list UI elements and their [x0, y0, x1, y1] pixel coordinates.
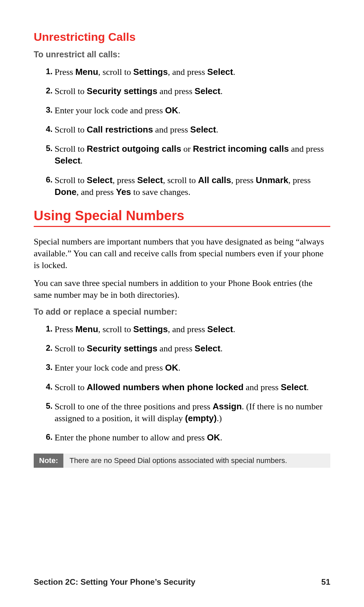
step-number: 5.: [39, 401, 53, 411]
bold-term: OK: [207, 432, 220, 442]
bold-term: All calls: [198, 175, 231, 185]
lead-add-replace-special: To add or replace a special number:: [34, 307, 330, 317]
step-number: 1.: [39, 66, 53, 77]
list-item: 3.Enter your lock code and press OK.: [49, 362, 330, 374]
para-special-numbers-1: Special numbers are important numbers th…: [34, 236, 330, 271]
bold-term: Call restrictions: [87, 124, 153, 135]
bold-term: Select: [194, 343, 220, 353]
steps-unrestrict: 1.Press Menu, scroll to Settings, and pr…: [34, 66, 330, 198]
step-number: 3.: [39, 105, 53, 115]
bold-term: Select: [87, 175, 113, 185]
bold-term: Restrict incoming calls: [193, 144, 289, 154]
note-label: Note:: [34, 454, 63, 468]
bold-term: Security settings: [87, 86, 157, 96]
steps-special-numbers: 1.Press Menu, scroll to Settings, and pr…: [34, 323, 330, 443]
step-number: 6.: [39, 432, 53, 442]
note-box: Note: There are no Speed Dial options as…: [34, 454, 330, 468]
list-item: 4.Scroll to Call restrictions and press …: [49, 124, 330, 136]
bold-term: Unmark: [256, 175, 289, 185]
heading-using-special-numbers: Using Special Numbers: [34, 208, 330, 223]
bold-term: Yes: [116, 187, 131, 197]
footer-page-number: 51: [321, 577, 330, 587]
bold-term: OK: [165, 363, 178, 373]
bold-term: Menu: [75, 324, 98, 334]
list-item: 6.Scroll to Select, press Select, scroll…: [49, 174, 330, 198]
list-item: 5.Scroll to one of the three positions a…: [49, 401, 330, 424]
bold-term: Select: [55, 155, 81, 166]
list-item: 6.Enter the phone number to allow and pr…: [49, 432, 330, 443]
heading-unrestricting-calls: Unrestricting Calls: [34, 30, 330, 44]
bold-term: Settings: [133, 67, 168, 77]
bold-term: Select: [137, 175, 163, 185]
bold-term: Allowed numbers when phone locked: [87, 382, 243, 392]
bold-term: (empty): [185, 413, 217, 423]
step-number: 2.: [39, 85, 53, 96]
bold-term: OK: [165, 105, 178, 115]
bold-term: Select: [281, 382, 307, 392]
bold-term: Menu: [75, 67, 98, 77]
list-item: 5.Scroll to Restrict outgoing calls or R…: [49, 143, 330, 167]
bold-term: Settings: [133, 324, 168, 334]
bold-term: Select: [207, 324, 233, 334]
note-text: There are no Speed Dial options associat…: [63, 454, 330, 468]
list-item: 4.Scroll to Allowed numbers when phone l…: [49, 381, 330, 393]
bold-term: Restrict outgoing calls: [87, 144, 181, 154]
para-special-numbers-2: You can save three special numbers in ad…: [34, 277, 330, 301]
list-item: 3.Enter your lock code and press OK.: [49, 105, 330, 116]
bold-term: Select: [207, 67, 233, 77]
bold-term: Select: [194, 86, 220, 96]
list-item: 1.Press Menu, scroll to Settings, and pr…: [49, 323, 330, 335]
step-number: 2.: [39, 343, 53, 353]
page-footer: Section 2C: Setting Your Phone’s Securit…: [34, 577, 330, 587]
step-number: 3.: [39, 362, 53, 373]
bold-term: Done: [55, 187, 77, 197]
footer-section: Section 2C: Setting Your Phone’s Securit…: [34, 577, 195, 587]
divider-red: [34, 226, 330, 227]
list-item: 2.Scroll to Security settings and press …: [49, 85, 330, 97]
list-item: 1.Press Menu, scroll to Settings, and pr…: [49, 66, 330, 78]
step-number: 1.: [39, 323, 53, 334]
bold-term: Assign: [213, 401, 242, 411]
bold-term: Security settings: [87, 343, 157, 353]
step-number: 5.: [39, 143, 53, 154]
bold-term: Select: [190, 124, 216, 135]
step-number: 6.: [39, 174, 53, 185]
step-number: 4.: [39, 381, 53, 392]
list-item: 2.Scroll to Security settings and press …: [49, 343, 330, 354]
lead-unrestrict-all: To unrestrict all calls:: [34, 50, 330, 59]
step-number: 4.: [39, 124, 53, 135]
